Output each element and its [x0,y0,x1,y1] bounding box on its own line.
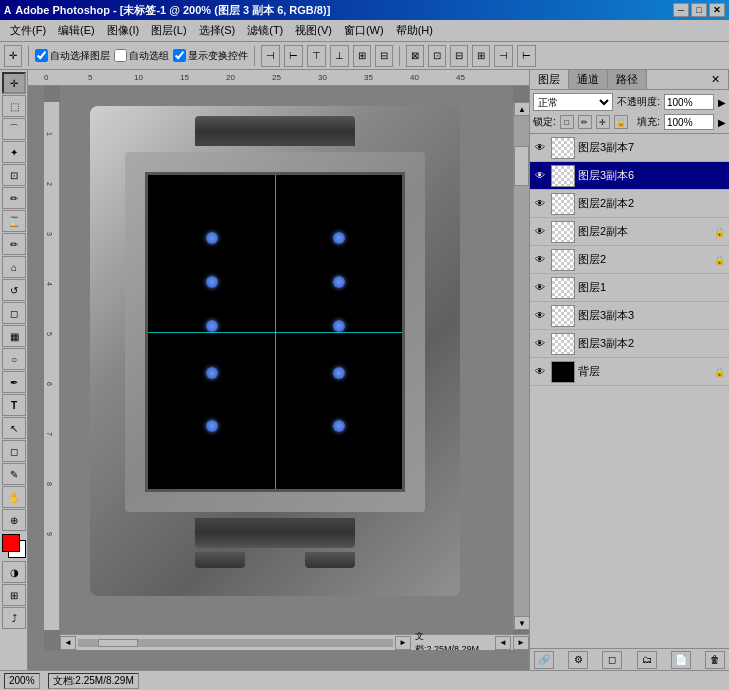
lock-image-button[interactable]: ✏ [578,115,592,129]
transform-handle-tl[interactable] [206,232,218,244]
transform-handle-bl[interactable] [206,420,218,432]
vscroll-thumb[interactable] [514,146,529,186]
align-left-button[interactable]: ⊣ [261,45,280,67]
tool-magic-wand[interactable]: ✦ [2,141,26,163]
show-transform-input[interactable] [173,49,186,62]
tool-shape[interactable]: ◻ [2,440,26,462]
layer-row-7[interactable]: 👁 图层3副本3 [530,302,729,330]
show-transform-checkbox[interactable]: 显示变换控件 [173,49,248,63]
new-group-button[interactable]: 🗂 [637,651,657,669]
distribute-2-button[interactable]: ⊡ [428,45,446,67]
tool-crop[interactable]: ⊡ [2,164,26,186]
auto-select-group-checkbox[interactable]: 自动选组 [114,49,169,63]
menu-select[interactable]: 选择(S) [193,21,242,40]
tool-pen[interactable]: ✒ [2,371,26,393]
tool-gradient[interactable]: ▦ [2,325,26,347]
auto-select-layer-checkbox[interactable]: 自动选择图层 [35,49,110,63]
layer-row-1[interactable]: 👁 图层3副本7 [530,134,729,162]
menu-image[interactable]: 图像(I) [101,21,145,40]
menu-view[interactable]: 视图(V) [289,21,338,40]
hscroll-thumb[interactable] [98,639,138,647]
fill-arrow[interactable]: ▶ [718,117,726,128]
tab-channels[interactable]: 通道 [569,70,608,89]
delete-layer-button[interactable]: 🗑 [705,651,725,669]
layer-row-5[interactable]: 👁 图层2 🔒 [530,246,729,274]
menu-layer[interactable]: 图层(L) [145,21,192,40]
distribute-1-button[interactable]: ⊠ [406,45,424,67]
tool-quickmask[interactable]: ◑ [2,561,26,583]
align-right-button[interactable]: ⊤ [307,45,326,67]
tool-eyedropper[interactable]: ✏ [2,187,26,209]
tab-layers[interactable]: 图层 [530,70,569,89]
menu-help[interactable]: 帮助(H) [390,21,439,40]
blend-mode-select[interactable]: 正常 [533,93,613,111]
layer-effects-button[interactable]: ⚙ [568,651,588,669]
layer-row-2[interactable]: 👁 图层3副本6 [530,162,729,190]
canvas-prev-button[interactable]: ◄ [495,636,511,650]
close-button[interactable]: ✕ [709,3,725,17]
layer-eye-6[interactable]: 👁 [532,280,548,296]
canvas-next-button[interactable]: ► [513,636,529,650]
tool-clone[interactable]: ⌂ [2,256,26,278]
tool-notes[interactable]: ✎ [2,463,26,485]
tool-brush[interactable]: ✏ [2,233,26,255]
layer-mask-button[interactable]: ◻ [602,651,622,669]
layer-eye-1[interactable]: 👁 [532,140,548,156]
minimize-button[interactable]: ─ [673,3,689,17]
tab-paths[interactable]: 路径 [608,70,647,89]
distribute-5-button[interactable]: ⊣ [494,45,513,67]
layer-eye-7[interactable]: 👁 [532,308,548,324]
layer-eye-4[interactable]: 👁 [532,224,548,240]
foreground-color-swatch[interactable] [2,534,20,552]
transform-handle-3r[interactable] [333,367,345,379]
tool-hand[interactable]: ✋ [2,486,26,508]
layer-row-4[interactable]: 👁 图层2副本 🔒 [530,218,729,246]
fill-input[interactable] [664,114,714,130]
transform-handle-3l[interactable] [206,367,218,379]
tool-heal[interactable]: ⌛ [2,210,26,232]
link-layers-button[interactable]: 🔗 [534,651,554,669]
layer-row-3[interactable]: 👁 图层2副本2 [530,190,729,218]
transform-handle-2l[interactable] [206,276,218,288]
layer-eye-5[interactable]: 👁 [532,252,548,268]
menu-edit[interactable]: 编辑(E) [52,21,101,40]
distribute-3-button[interactable]: ⊟ [450,45,468,67]
layer-eye-8[interactable]: 👁 [532,336,548,352]
transform-handle-br[interactable] [333,420,345,432]
auto-select-layer-input[interactable] [35,49,48,62]
tool-lasso[interactable]: ⌒ [2,118,26,140]
auto-select-group-input[interactable] [114,49,127,62]
layer-eye-2[interactable]: 👁 [532,168,548,184]
distribute-4-button[interactable]: ⊞ [472,45,490,67]
opacity-input[interactable] [664,94,714,110]
layer-eye-9[interactable]: 👁 [532,364,548,380]
menu-window[interactable]: 窗口(W) [338,21,390,40]
vscroll-up-button[interactable]: ▲ [514,102,529,116]
tool-zoom[interactable]: ⊕ [2,509,26,531]
align-top-button[interactable]: ⊥ [330,45,349,67]
hscroll-right-button[interactable]: ► [395,636,411,650]
move-tool-button[interactable]: ✛ [4,45,22,67]
tool-marquee[interactable]: ⬚ [2,95,26,117]
layer-eye-3[interactable]: 👁 [532,196,548,212]
layer-row-8[interactable]: 👁 图层3副本2 [530,330,729,358]
transform-handle-tr[interactable] [333,232,345,244]
layer-row-6[interactable]: 👁 图层1 [530,274,729,302]
tool-eraser[interactable]: ◻ [2,302,26,324]
align-center-button[interactable]: ⊢ [284,45,303,67]
align-middle-button[interactable]: ⊞ [353,45,371,67]
menu-file[interactable]: 文件(F) [4,21,52,40]
lock-all-button[interactable]: 🔒 [614,115,628,129]
maximize-button[interactable]: □ [691,3,707,17]
hscroll-left-button[interactable]: ◄ [60,636,76,650]
tool-path-select[interactable]: ↖ [2,417,26,439]
distribute-6-button[interactable]: ⊢ [517,45,536,67]
layer-row-9[interactable]: 👁 背层 🔒 [530,358,729,386]
panel-close-button[interactable]: ✕ [703,70,729,89]
tool-jump-to[interactable]: ⤴ [2,607,26,629]
tool-move[interactable]: ✛ [2,72,26,94]
tool-dodge[interactable]: ○ [2,348,26,370]
transform-handle-mr[interactable] [333,320,345,332]
opacity-arrow[interactable]: ▶ [718,97,726,108]
tool-text[interactable]: T [2,394,26,416]
